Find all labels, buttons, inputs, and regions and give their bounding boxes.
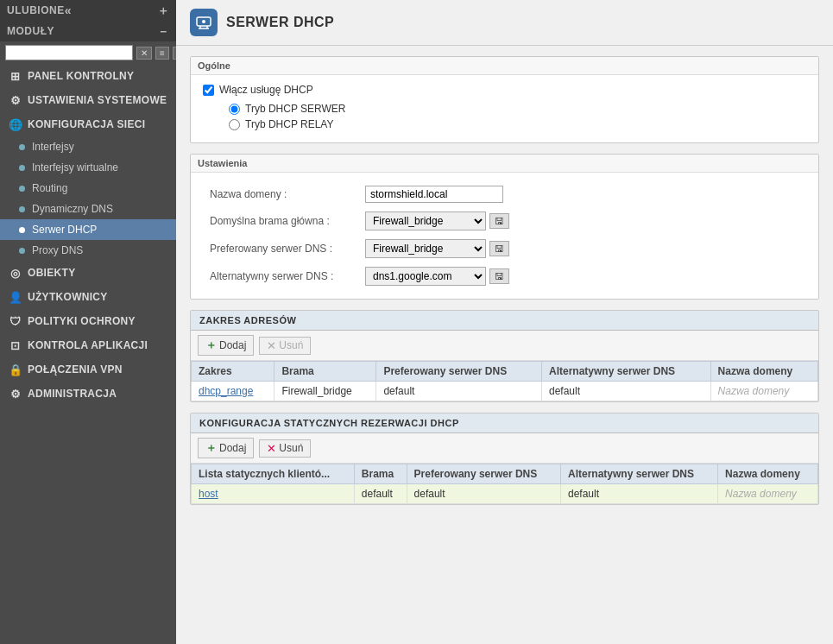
col-brama2: Brama: [354, 464, 407, 484]
ogolne-section: Ogólne Włącz usługę DHCP Tryb DHCP SERWE…: [190, 56, 819, 143]
statyczne-remove-btn[interactable]: ✕ Usuń: [259, 439, 311, 458]
domyslna-brama-select[interactable]: Firewall_bridge: [365, 212, 486, 230]
settings-icon: ⚙: [9, 93, 22, 107]
sidebar-item-konfiguracja-sieci[interactable]: 🌐 KONFIGURACJA SIECI: [0, 112, 176, 136]
tryb-radio-group: Tryb DHCP SERWER Tryb DHCP RELAY: [229, 103, 806, 130]
ustawienia-legend: Ustawienia: [191, 155, 818, 173]
uzytkownicy-label: UŻYTKOWNICY: [28, 291, 108, 303]
zakres-header: ZAKRES ADRESÓW: [191, 311, 818, 331]
sidebar-sub-interfejsy-wirtualne[interactable]: Interfejsy wirtualne: [0, 157, 176, 178]
col-brama: Brama: [275, 362, 376, 382]
minus-moduly-icon[interactable]: －: [157, 25, 170, 37]
sidebar-sub-dynamiczny-dns[interactable]: Dynamiczny DNS: [0, 199, 176, 219]
add-ulubione-icon[interactable]: ＋: [157, 4, 170, 16]
dot-icon: [19, 186, 25, 192]
ogolne-body: Włącz usługę DHCP Tryb DHCP SERWER Tryb …: [191, 75, 818, 142]
statyczne-toolbar: ＋ Dodaj ✕ Usuń: [191, 433, 818, 464]
admin-icon: ⚙: [9, 387, 22, 401]
preferowany-dns-add-btn[interactable]: 🖫: [489, 241, 509, 256]
sidebar-item-obiekty[interactable]: ◎ OBIEKTY: [0, 261, 176, 285]
serwer-dhcp-label: Serwer DHCP: [32, 224, 97, 236]
sidebar-moduly-header: MODUŁY －: [0, 21, 176, 41]
preferowany-dns-controls: Firewall_bridge 🖫: [365, 239, 799, 258]
zakres-table: Zakres Brama Preferowany serwer DNS Alte…: [191, 361, 818, 401]
statyczne-table-header-row: Lista statycznych klientó... Brama Prefe…: [192, 464, 818, 484]
wlacz-dhcp-checkbox[interactable]: [203, 85, 214, 96]
tryb-serwer-radio[interactable]: [229, 104, 240, 115]
nazwa-domeny-row: Nazwa domeny :: [203, 181, 806, 207]
tryb-serwer-label: Tryb DHCP SERWER: [245, 103, 345, 115]
statyczne-add-btn[interactable]: ＋ Dodaj: [198, 438, 254, 458]
statyczne-table: Lista statycznych klientó... Brama Prefe…: [191, 464, 818, 504]
domyslna-brama-label: Domyślna brama główna :: [203, 207, 358, 235]
admin-label: ADMINISTRACJA: [28, 388, 117, 400]
statyczne-header: KONFIGURACJA STATYCZNYCH REZERWACJI DHCP: [191, 414, 818, 433]
sidebar-item-kontrola-aplikacji[interactable]: ⊡ KONTROLA APLIKACJI: [0, 333, 176, 357]
sidebar-search-input[interactable]: [5, 45, 133, 60]
svg-point-4: [202, 20, 205, 23]
lista-cell[interactable]: host: [192, 484, 355, 504]
dot-icon: [19, 248, 25, 254]
zakres-add-label: Dodaj: [219, 339, 246, 351]
col-pref-dns2: Preferowany serwer DNS: [407, 464, 560, 484]
collapse-icon[interactable]: «: [65, 4, 72, 16]
dot-icon: [19, 206, 25, 212]
alt-dns-cell: default: [542, 382, 711, 401]
kontrola-icon: ⊡: [9, 338, 22, 352]
sidebar-item-polaczenia-vpn[interactable]: 🔒 POŁĄCZENIA VPN: [0, 357, 176, 382]
table-row: dhcp_range Firewall_bridge default defau…: [192, 382, 818, 401]
tryb-relay-radio[interactable]: [229, 119, 240, 130]
preferowany-dns-row: Preferowany serwer DNS : Firewall_bridge…: [203, 235, 806, 262]
proxy-dns-label: Proxy DNS: [32, 244, 83, 256]
nazwa-cell: Nazwa domeny: [718, 484, 818, 504]
pref-dns-cell: default: [376, 382, 542, 401]
moduly-label: MODUŁY: [7, 25, 54, 37]
sidebar-item-polityki-ochrony[interactable]: 🛡 POLITYKI OCHRONY: [0, 309, 176, 333]
table-row: host default default default Nazwa domen…: [192, 484, 818, 504]
dhcp-header-icon: [190, 9, 218, 36]
ulubione-label: ULUBIONE: [7, 4, 65, 16]
alt-dns-cell: default: [560, 484, 717, 504]
main-body: Ogólne Włącz usługę DHCP Tryb DHCP SERWE…: [176, 46, 833, 644]
zakres-cell[interactable]: dhcp_range: [192, 382, 275, 401]
col-alt-dns: Alternatywny serwer DNS: [542, 362, 711, 382]
kontrola-label: KONTROLA APLIKACJI: [28, 339, 148, 351]
zakres-remove-btn[interactable]: ✕ Usuń: [259, 337, 311, 355]
alternatywny-dns-add-btn[interactable]: 🖫: [489, 268, 509, 284]
clear-search-btn[interactable]: ✕: [136, 47, 152, 60]
sidebar-item-uzytkownicy[interactable]: 👤 UŻYTKOWNICY: [0, 285, 176, 309]
alternatywny-dns-label: Alternatywny serwer DNS :: [203, 262, 358, 290]
sidebar-sub-serwer-dhcp[interactable]: Serwer DHCP: [0, 219, 176, 240]
alternatywny-dns-row: Alternatywny serwer DNS : dns1.google.co…: [203, 262, 806, 290]
zakres-table-header-row: Zakres Brama Preferowany serwer DNS Alte…: [192, 362, 818, 382]
panel-icon: ⊞: [9, 69, 22, 83]
page-title: SERWER DHCP: [226, 15, 334, 30]
polityki-label: POLITYKI OCHRONY: [28, 315, 136, 327]
list-view-btn[interactable]: ≡: [155, 47, 169, 60]
ustawienia-section: Ustawienia Nazwa domeny :: [190, 154, 819, 300]
settings-table: Nazwa domeny : Domyślna brama główna :: [203, 181, 806, 290]
interfejsy-wirtualne-label: Interfejsy wirtualne: [32, 161, 118, 174]
polityki-icon: 🛡: [9, 314, 22, 328]
add-icon: ＋: [205, 440, 217, 456]
sidebar-item-panel-kontrolny[interactable]: ⊞ PANEL KONTROLNY: [0, 64, 176, 88]
domyslna-brama-add-btn[interactable]: 🖫: [489, 213, 509, 229]
zakres-remove-label: Usuń: [279, 339, 303, 351]
zakres-add-btn[interactable]: ＋ Dodaj: [198, 335, 254, 356]
main-header: SERWER DHCP: [176, 0, 833, 46]
sidebar-sub-interfejsy[interactable]: Interfejsy: [0, 136, 176, 157]
nazwa-domeny-input[interactable]: [365, 186, 503, 203]
sidebar-ulubione-header: ULUBIONE « ＋: [0, 0, 176, 21]
dot-icon: [19, 144, 25, 150]
sidebar-item-administracja[interactable]: ⚙ ADMINISTRACJA: [0, 382, 176, 406]
col-zakres: Zakres: [192, 362, 275, 382]
sidebar-sub-routing[interactable]: Routing: [0, 178, 176, 199]
alternatywny-dns-select[interactable]: dns1.google.com: [365, 267, 486, 286]
preferowany-dns-label: Preferowany serwer DNS :: [203, 235, 358, 262]
col-nazwa2: Nazwa domeny: [718, 464, 818, 484]
main-content: SERWER DHCP Ogólne Włącz usługę DHCP Try…: [176, 0, 833, 644]
sidebar-item-ustawienia-systemowe[interactable]: ⚙ USTAWIENIA SYSTEMOWE: [0, 88, 176, 112]
sidebar-sub-proxy-dns[interactable]: Proxy DNS: [0, 240, 176, 261]
preferowany-dns-select[interactable]: Firewall_bridge: [365, 239, 486, 258]
routing-label: Routing: [32, 182, 67, 194]
